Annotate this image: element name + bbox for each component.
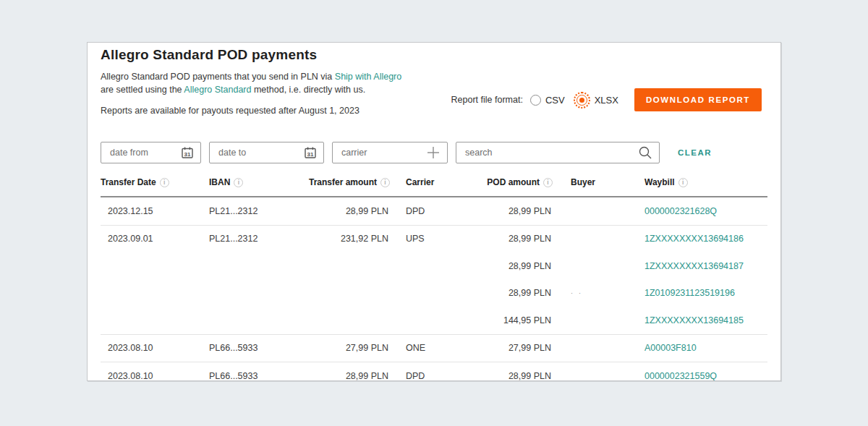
table-row: 2023.08.10 PL66...5933 28,99 PLN DPD 28,… (101, 362, 767, 381)
waybill-link[interactable]: 1ZXXXXXXXX13694186 (644, 234, 744, 244)
calendar-icon[interactable]: 31 (180, 145, 195, 160)
description-line2-end: method, i.e. directly with us. (251, 85, 365, 95)
page-background: { "header": { "title": "Allegro Standard… (0, 0, 868, 426)
search-input[interactable] (464, 142, 637, 163)
date-to-input[interactable] (217, 142, 303, 163)
table-header-row: Transfer Date IBAN Transfer amount Carri… (101, 177, 767, 197)
transfer-group: 2023.08.10 PL66...5933 27,99 PLN ONE 27,… (101, 335, 767, 363)
column-header-label: Waybill (644, 177, 675, 187)
column-header-label: Transfer amount (309, 177, 377, 187)
cell-carrier: ONE (391, 343, 469, 353)
ship-with-allegro-link[interactable]: Ship with Allegro (335, 72, 401, 82)
radio-option-xlsx[interactable]: XLSX (574, 95, 618, 106)
column-header-label: IBAN (209, 177, 230, 187)
cell-iban: PL66...5933 (209, 371, 296, 381)
info-icon[interactable] (543, 178, 553, 187)
description-line1: Allegro Standard POD payments that you s… (101, 72, 335, 82)
column-header-label: Transfer Date (101, 177, 156, 187)
cell-pod-amount: 27,99 PLN (469, 343, 554, 353)
column-header-carrier: Carrier (391, 177, 469, 187)
cell-transfer-date: 2023.08.10 (101, 343, 209, 353)
cell-pod-amount: 144,95 PLN (469, 315, 554, 325)
cell-transfer-amount: 27,99 PLN (296, 343, 391, 353)
column-header-iban: IBAN (209, 177, 296, 187)
description-line2: are settled using the (101, 85, 184, 95)
date-to-field[interactable]: 31 (209, 142, 324, 163)
table-row: 2023.12.15 PL21...2312 28,99 PLN DPD 28,… (101, 197, 767, 225)
info-icon[interactable] (380, 178, 390, 187)
download-report-button[interactable]: DOWNLOAD REPORT (634, 88, 762, 111)
cell-waybill: 1ZXXXXXXXX13694185 (630, 315, 769, 325)
table-row: 28,99 PLN ·· 1Z0109231123519196 (101, 280, 767, 307)
header-section: Allegro Standard POD payments Allegro St… (101, 47, 767, 116)
cell-iban: PL66...5933 (209, 343, 296, 353)
transfer-group: 2023.09.01 PL21...2312 231,92 PLN UPS 28… (101, 226, 767, 335)
waybill-link[interactable]: 0000002321559Q (644, 371, 717, 381)
cell-transfer-amount: 231,92 PLN (296, 234, 391, 244)
date-from-field[interactable]: 31 (101, 142, 201, 163)
cell-iban: PL21...2312 (209, 206, 296, 216)
plus-icon[interactable] (425, 145, 441, 161)
cell-carrier: DPD (391, 206, 469, 216)
carrier-input[interactable] (340, 142, 425, 163)
cell-waybill: 1ZXXXXXXXX13694186 (630, 234, 769, 244)
column-header-transfer-date: Transfer Date (101, 177, 209, 187)
cell-transfer-date: 2023.09.01 (101, 234, 209, 244)
svg-text:31: 31 (184, 151, 191, 158)
cell-transfer-date: 2023.08.10 (101, 371, 209, 381)
cell-waybill: 0000002321628Q (630, 206, 769, 216)
clear-filters-button[interactable]: CLEAR (678, 148, 712, 157)
cell-iban: PL21...2312 (209, 234, 296, 244)
waybill-link[interactable]: 0000002321628Q (644, 206, 717, 216)
info-icon[interactable] (234, 178, 243, 187)
column-header-buyer: Buyer (554, 177, 630, 187)
waybill-link[interactable]: 1ZXXXXXXXX13694185 (644, 315, 744, 325)
search-field[interactable] (456, 142, 660, 163)
info-icon[interactable] (678, 178, 688, 187)
column-header-pod-amount: POD amount (469, 177, 554, 187)
calendar-icon[interactable]: 31 (303, 145, 318, 160)
report-format-label: Report file format: (451, 95, 523, 105)
cell-waybill: 1ZXXXXXXXX13694187 (630, 261, 769, 271)
report-format-controls: Report file format: CSV XLSX DOWNLOAD RE… (451, 88, 762, 111)
cell-pod-amount: 28,99 PLN (469, 371, 554, 381)
cell-waybill: 0000002321559Q (630, 371, 769, 381)
search-icon[interactable] (637, 145, 653, 161)
filters-bar: 31 31 (101, 142, 767, 163)
date-from-input[interactable] (109, 142, 180, 163)
radio-csv-label: CSV (545, 95, 565, 106)
radio-option-csv[interactable]: CSV (530, 95, 565, 106)
allegro-standard-link[interactable]: Allegro Standard (184, 85, 251, 95)
cell-pod-amount: 28,99 PLN (469, 288, 554, 298)
cell-pod-amount: 28,99 PLN (469, 206, 554, 216)
waybill-link[interactable]: 1ZXXXXXXXX13694187 (644, 261, 744, 271)
radio-csv-icon[interactable] (530, 95, 541, 106)
info-icon[interactable] (160, 178, 169, 187)
cell-buyer: ·· (554, 289, 630, 297)
transfer-group: 2023.08.10 PL66...5933 28,99 PLN DPD 28,… (101, 362, 767, 381)
cell-pod-amount: 28,99 PLN (469, 261, 554, 271)
svg-text:31: 31 (307, 151, 314, 158)
column-header-label: POD amount (487, 177, 540, 187)
column-header-transfer-amount: Transfer amount (296, 177, 391, 187)
column-header-label: Carrier (406, 177, 434, 187)
cell-carrier: DPD (391, 371, 469, 381)
column-header-waybill: Waybill (630, 177, 769, 187)
carrier-field[interactable] (332, 142, 448, 163)
cell-pod-amount: 28,99 PLN (469, 234, 554, 244)
cell-transfer-amount: 28,99 PLN (296, 371, 391, 381)
page-title: Allegro Standard POD payments (101, 47, 767, 63)
waybill-link[interactable]: A00003F810 (644, 343, 697, 353)
cell-transfer-amount: 28,99 PLN (296, 206, 391, 216)
waybill-link[interactable]: 1Z0109231123519196 (644, 288, 735, 298)
cell-transfer-date: 2023.12.15 (101, 206, 209, 216)
cell-waybill: A00003F810 (630, 343, 769, 353)
table-row: 2023.09.01 PL21...2312 231,92 PLN UPS 28… (101, 226, 767, 253)
cell-carrier: UPS (391, 234, 469, 244)
payments-panel: Allegro Standard POD payments Allegro St… (87, 42, 781, 381)
table-row: 144,95 PLN 1ZXXXXXXXX13694185 (101, 307, 767, 334)
radio-xlsx-icon[interactable] (576, 95, 587, 106)
column-header-label: Buyer (571, 177, 595, 187)
payments-table: Transfer Date IBAN Transfer amount Carri… (101, 177, 767, 381)
table-row: 2023.08.10 PL66...5933 27,99 PLN ONE 27,… (101, 335, 767, 362)
